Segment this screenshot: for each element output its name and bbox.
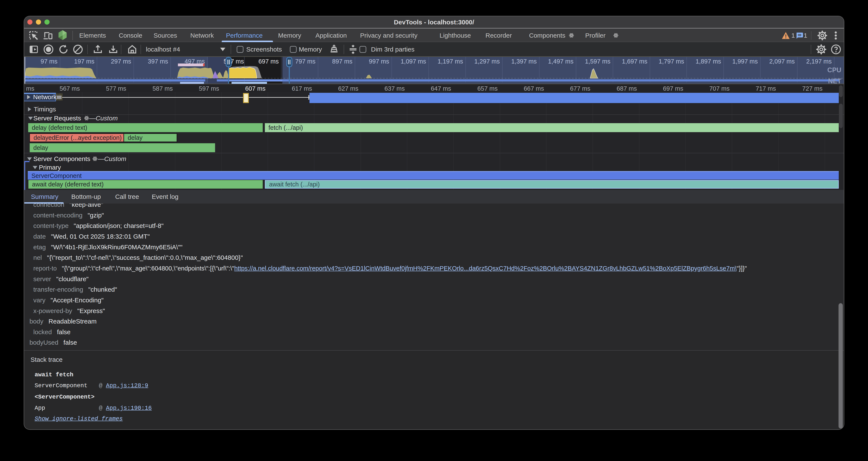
svg-text:797 ms: 797 ms — [295, 58, 315, 65]
svg-text:297 ms: 297 ms — [111, 58, 131, 65]
svg-text:1,697 ms: 1,697 ms — [622, 58, 647, 65]
svg-text:667 ms: 667 ms — [524, 85, 544, 92]
svg-text:NET: NET — [828, 78, 841, 85]
svg-text:597 ms: 597 ms — [199, 85, 219, 92]
svg-text:1,097 ms: 1,097 ms — [401, 58, 426, 65]
svg-text:727 ms: 727 ms — [802, 85, 823, 92]
svg-text:2,197 ms: 2,197 ms — [806, 58, 832, 65]
svg-text:627 ms: 627 ms — [338, 85, 359, 92]
svg-text:1,997 ms: 1,997 ms — [733, 58, 758, 65]
svg-text:657 ms: 657 ms — [477, 85, 498, 92]
svg-text:1,897 ms: 1,897 ms — [695, 58, 721, 65]
svg-text:607 ms: 607 ms — [245, 85, 266, 92]
svg-text:617 ms: 617 ms — [292, 85, 312, 92]
svg-text:CPU: CPU — [828, 66, 841, 74]
svg-text:717 ms: 717 ms — [756, 85, 776, 92]
svg-text:2,097 ms: 2,097 ms — [769, 58, 795, 65]
svg-text:677 ms: 677 ms — [570, 85, 590, 92]
svg-text:1,297 ms: 1,297 ms — [474, 58, 500, 65]
svg-text:197 ms: 197 ms — [74, 58, 94, 65]
svg-text:587 ms: 587 ms — [153, 85, 173, 92]
svg-text:ms: ms — [26, 85, 34, 92]
svg-text:97 ms: 97 ms — [40, 58, 58, 65]
svg-text:567 ms: 567 ms — [60, 85, 80, 92]
svg-text:1,197 ms: 1,197 ms — [438, 58, 463, 65]
svg-text:697 ms: 697 ms — [663, 85, 683, 92]
svg-text:577 ms: 577 ms — [106, 85, 126, 92]
svg-text:997 ms: 997 ms — [369, 58, 389, 65]
svg-text:897 ms: 897 ms — [332, 58, 352, 65]
svg-text:1,397 ms: 1,397 ms — [511, 58, 537, 65]
svg-text:1,497 ms: 1,497 ms — [548, 58, 574, 65]
svg-text:637 ms: 637 ms — [384, 85, 405, 92]
svg-text:647 ms: 647 ms — [431, 85, 451, 92]
svg-text:1,597 ms: 1,597 ms — [585, 58, 611, 65]
svg-text:687 ms: 687 ms — [617, 85, 637, 92]
svg-text:397 ms: 397 ms — [148, 58, 168, 65]
svg-text:1,797 ms: 1,797 ms — [659, 58, 684, 65]
svg-text:697 ms: 697 ms — [258, 58, 279, 65]
svg-text:707 ms: 707 ms — [709, 85, 730, 92]
